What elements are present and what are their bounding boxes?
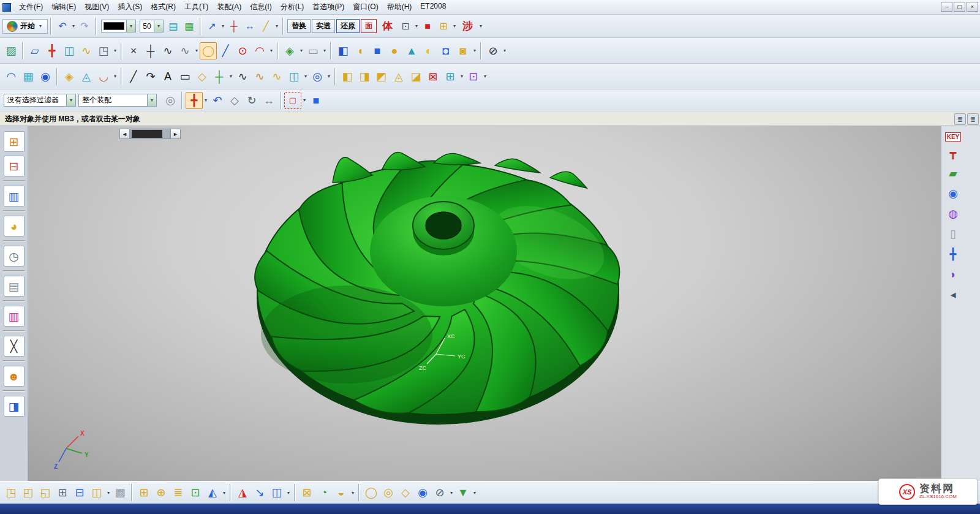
rectangle-select-icon-dropdown[interactable] [301,97,307,103]
start-button[interactable]: 开始 [2,19,48,34]
layer-settings-icon[interactable]: ▤ [165,18,181,34]
basic-line-icon[interactable]: ╱ [125,68,142,85]
menu-item[interactable]: 视图(V) [80,1,113,13]
clamp-unit-icon[interactable]: ╋ [944,246,962,263]
wave-geometry-icon[interactable]: ◎ [380,484,397,501]
red-block-icon[interactable]: ■ [420,18,435,34]
graphics-viewport[interactable]: ◄ ► [28,126,941,481]
datum-plane-icon[interactable]: ▱ [26,42,43,59]
replace-button[interactable]: 替换 [287,19,311,33]
menu-item[interactable]: 窗口(O) [349,1,382,13]
history-icon[interactable]: ▤ [4,276,24,297]
plane-grid-icon[interactable]: ◳ [95,42,112,59]
check-clearance-icon-dropdown[interactable] [448,490,454,496]
copy-display-icon-dropdown[interactable] [413,23,420,29]
ruler-icon[interactable]: ╱ [258,18,274,34]
impeller-model[interactable] [237,151,628,427]
tube-icon[interactable]: ◎ [309,68,326,85]
ruled-surface-icon[interactable]: ▦ [20,68,37,85]
check-clearance-icon[interactable]: ⊘ [431,484,448,501]
scroll-left-button[interactable]: ◄ [119,129,130,139]
revolve-icon[interactable]: ◖ [352,42,369,59]
menu-item[interactable]: 编辑(E) [47,1,80,13]
selection-scope-combo[interactable]: 整个装配 [78,94,157,107]
project-curve-icon[interactable]: ◫ [285,68,303,85]
menu-item[interactable]: ET2008 [416,1,450,13]
copy-display-icon[interactable]: ⊡ [398,18,413,34]
fit-spline-icon[interactable]: ∿ [251,68,268,85]
studio-spline-icon-dropdown[interactable] [194,48,200,53]
hide-component-icon[interactable]: ⊟ [71,484,88,501]
split-body-icon[interactable]: ◨ [356,68,373,85]
product-outline-icon-dropdown[interactable] [105,490,111,496]
assembly-navigator-icon[interactable]: ⊞ [4,131,24,152]
wireframe-box-icon[interactable]: ◇ [226,92,243,109]
swept-surface-icon[interactable]: ◈ [61,68,78,85]
snap-point-icon[interactable]: ╋ [186,92,203,109]
zoom-dropdown[interactable] [154,20,163,32]
system-clock-icon[interactable]: ◷ [4,246,24,266]
measure-distance-icon[interactable]: ↔ [242,18,258,34]
line-style-dropdown[interactable] [126,20,135,32]
promote-body-icon[interactable]: ⊡ [187,484,204,501]
remember-constraints-icon[interactable]: ▩ [111,484,129,501]
clipboard-icon-dropdown[interactable] [451,23,458,29]
undo-icon-dropdown[interactable] [70,23,77,29]
ruler-icon-dropdown[interactable] [274,23,280,29]
assembly-constraints-icon-dropdown[interactable] [285,490,292,496]
fixture-icon[interactable]: ◗ [944,266,962,283]
offset-surface-icon[interactable]: ◪ [407,68,424,85]
patch-body-icon-dropdown[interactable] [482,74,488,79]
part-navigator-icon[interactable]: ▥ [4,186,24,206]
menu-item[interactable]: 帮助(H) [383,1,417,13]
extrude-icon[interactable]: ◧ [334,42,352,59]
point-set-icon[interactable]: ┼ [142,42,159,59]
sheet-body-icon-dropdown[interactable] [322,48,328,53]
redo-icon[interactable]: ↷ [77,18,92,34]
menu-item[interactable]: 首选项(P) [308,1,349,13]
pocket-tool-icon[interactable]: ▯ [944,225,962,243]
through-curves-icon[interactable]: ◠ [2,68,20,85]
cylinder-icon[interactable]: ● [386,42,403,59]
text-icon[interactable]: A [159,68,176,85]
boss-icon[interactable]: ◘ [437,42,454,59]
materials-icon[interactable]: ◨ [4,396,24,417]
helix-icon[interactable]: ∿ [78,42,95,59]
create-array-icon[interactable]: ≣ [170,484,187,501]
project-curve-icon-dropdown[interactable] [303,74,309,79]
vector-constructor-icon[interactable]: ↗ [204,18,220,34]
rectangle-select-icon[interactable]: ▢ [284,92,301,109]
line-icon[interactable]: ╱ [217,42,234,59]
new-component-icon[interactable]: ⊕ [153,484,170,501]
maximize-button[interactable]: ▢ [954,2,965,12]
curve-chain-icon[interactable]: ◯ [200,42,217,59]
trim-body-icon[interactable]: ◧ [339,68,356,85]
section-curve-icon-dropdown[interactable] [502,48,508,53]
datum-axis-icon[interactable]: ◫ [61,42,78,59]
blend-surface-icon[interactable]: ◡ [95,68,112,85]
show-component-icon[interactable]: ⊞ [54,484,71,501]
constraint-navigator-icon[interactable]: ⊟ [4,156,24,176]
product-outline-icon[interactable]: ◫ [88,484,105,501]
rectangle-icon[interactable]: ▭ [176,68,194,85]
scroll-track[interactable] [130,129,170,139]
wave-link-icon[interactable]: ◯ [363,484,380,501]
component-book-icon[interactable]: ◱ [37,484,54,501]
orient-view-icon[interactable]: ↶ [209,92,226,109]
unite-boolean-icon-dropdown[interactable] [298,48,304,53]
pocket-icon-dropdown[interactable] [472,48,478,53]
update-structure-icon[interactable]: ▼ [454,484,472,501]
minimize-button[interactable]: ─ [941,2,952,12]
extend-sheet-icon[interactable]: ◬ [390,68,407,85]
pocket-icon[interactable]: ◙ [454,42,472,59]
she-button-dropdown[interactable] [478,23,484,29]
restore-button[interactable]: 还原 [336,19,360,33]
assembly-constraints-icon[interactable]: ◫ [268,484,285,501]
circle-icon[interactable]: ⊙ [234,42,251,59]
general-spline-icon[interactable]: ∿ [268,68,285,85]
reuse-library-icon[interactable]: ◕ [4,216,24,236]
prompt-expand-icon[interactable]: ≣ [954,113,966,125]
find-component-icon[interactable]: ◳ [2,484,20,501]
delete-face-icon[interactable]: ⊠ [424,68,442,85]
trim-sheet-icon[interactable]: ◩ [373,68,390,85]
